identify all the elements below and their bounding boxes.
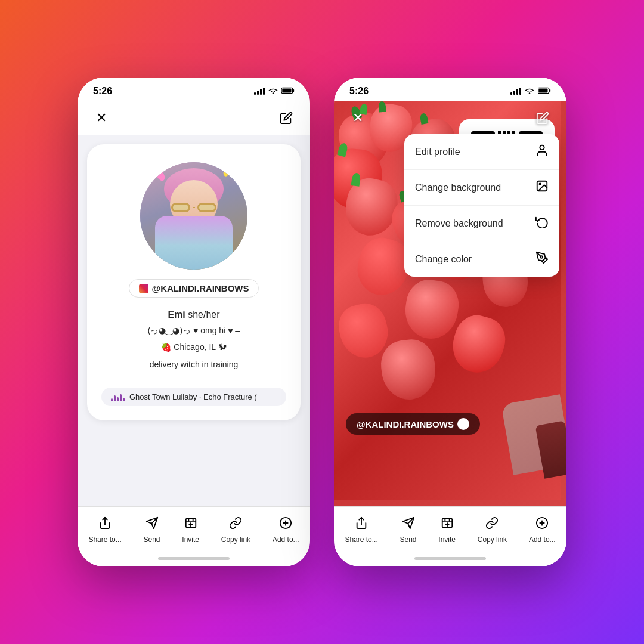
home-bar-1 xyxy=(158,557,230,560)
username-overlay: @KALINDI.RAINBOWS ★ xyxy=(346,413,480,435)
profile-card: @KALINDI.RAINBOWS Emi she/her (っ◕‿◕)っ ♥ … xyxy=(87,144,301,420)
phone-1: 5:26 ✕ xyxy=(78,78,310,566)
add-to-icon-2 xyxy=(535,516,549,533)
copy-link-label-1: Copy link xyxy=(221,535,250,544)
invite-label-2: Invite xyxy=(438,535,456,544)
svg-point-79 xyxy=(540,256,543,258)
copy-link-label-2: Copy link xyxy=(478,535,507,544)
dropdown-menu: Edit profile Change background Remove ba… xyxy=(404,134,559,277)
share-icon-2 xyxy=(355,516,368,533)
svg-rect-14 xyxy=(538,89,547,93)
bio-pronoun: she/her xyxy=(188,309,219,320)
status-icons-2 xyxy=(510,86,551,97)
battery-icon-1 xyxy=(281,86,295,97)
home-indicator-2 xyxy=(334,550,566,566)
change-color-icon xyxy=(535,251,549,267)
copy-link-icon-2 xyxy=(485,516,499,533)
svg-point-76 xyxy=(540,145,544,150)
close-button-1[interactable]: ✕ xyxy=(91,107,112,129)
invite-icon-1 xyxy=(184,516,197,533)
remove-background-label: Remove background xyxy=(415,218,503,229)
phone2-content: @KALINDI.RAINBOWS ★ ✕ Edit profile xyxy=(334,101,566,506)
change-color-menu-item[interactable]: Change color xyxy=(404,242,559,277)
copy-link-button-2[interactable]: Copy link xyxy=(478,516,507,544)
bio-name: Emi xyxy=(168,309,185,320)
music-text: Ghost Town Lullaby · Echo Fracture ( xyxy=(129,392,257,401)
invite-label-1: Invite xyxy=(182,535,199,544)
avatar xyxy=(140,162,247,270)
send-icon-1 xyxy=(145,516,159,533)
music-waves-icon xyxy=(111,393,125,401)
remove-background-menu-item[interactable]: Remove background xyxy=(404,206,559,242)
signal-icon-2 xyxy=(510,88,521,95)
svg-rect-2 xyxy=(282,89,291,93)
change-background-menu-item[interactable]: Change background xyxy=(404,170,559,206)
overlay-username-text: @KALINDI.RAINBOWS xyxy=(357,419,454,429)
add-to-button-1[interactable]: Add to... xyxy=(273,516,299,544)
status-time-1: 5:26 xyxy=(93,86,112,97)
profile-card-wrapper: @KALINDI.RAINBOWS Emi she/her (っ◕‿◕)っ ♥ … xyxy=(78,135,310,506)
add-to-label-2: Add to... xyxy=(529,535,556,544)
wifi-icon-2 xyxy=(525,86,534,97)
status-time-2: 5:26 xyxy=(349,86,369,97)
edit-button-1[interactable] xyxy=(275,107,297,129)
edit-profile-menu-item[interactable]: Edit profile xyxy=(404,134,559,170)
status-icons-1 xyxy=(254,86,295,97)
share-icon-1 xyxy=(98,516,112,533)
invite-icon-2 xyxy=(441,516,454,533)
strawberry-background: @KALINDI.RAINBOWS ★ ✕ Edit profile xyxy=(334,101,566,506)
copy-link-icon-1 xyxy=(229,516,242,533)
send-button-1[interactable]: Send xyxy=(144,516,160,544)
signal-icon-1 xyxy=(254,88,265,95)
copy-link-button-1[interactable]: Copy link xyxy=(221,516,250,544)
instagram-icon xyxy=(139,284,148,293)
change-background-label: Change background xyxy=(415,182,501,193)
star-badge: ★ xyxy=(457,418,469,430)
action-bar-2: Share to... Send Invite Copy link Add to… xyxy=(334,506,566,550)
music-bar: Ghost Town Lullaby · Echo Fracture ( xyxy=(101,388,286,406)
bio-line1: (っ◕‿◕)っ ♥ omg hi ♥ – xyxy=(148,324,240,337)
send-label-2: Send xyxy=(400,535,417,544)
send-icon-2 xyxy=(402,516,415,533)
status-bar-1: 5:26 xyxy=(78,78,310,101)
add-to-icon-1 xyxy=(279,516,292,533)
send-button-2[interactable]: Send xyxy=(400,516,417,544)
invite-button-1[interactable]: Invite xyxy=(182,516,199,544)
share-to-button-1[interactable]: Share to... xyxy=(88,516,121,544)
change-color-label: Change color xyxy=(415,254,472,265)
edit-profile-icon xyxy=(535,144,549,160)
share-to-label-1: Share to... xyxy=(88,535,121,544)
username-badge: @KALINDI.RAINBOWS xyxy=(129,279,259,298)
edit-button-2[interactable] xyxy=(532,107,553,129)
home-bar-2 xyxy=(414,557,486,560)
share-to-label-2: Share to... xyxy=(345,535,377,544)
add-to-label-1: Add to... xyxy=(273,535,299,544)
send-label-1: Send xyxy=(144,535,160,544)
remove-background-icon xyxy=(535,215,549,231)
add-to-button-2[interactable]: Add to... xyxy=(529,516,556,544)
svg-rect-13 xyxy=(549,89,550,92)
nav-bar-2: ✕ xyxy=(334,101,566,135)
invite-button-2[interactable]: Invite xyxy=(438,516,456,544)
edit-profile-label: Edit profile xyxy=(415,147,460,157)
change-background-icon xyxy=(535,179,549,196)
bio-line3: delivery witch in training xyxy=(148,358,240,371)
phone-2: 5:26 xyxy=(334,78,566,566)
action-bar-1: Share to... Send Invite Copy link Add to… xyxy=(78,506,310,550)
profile-bio: Emi she/her (っ◕‿◕)っ ♥ omg hi ♥ – 🍓 Chica… xyxy=(148,309,240,371)
svg-point-78 xyxy=(539,183,541,185)
svg-rect-1 xyxy=(293,89,294,92)
username-text: @KALINDI.RAINBOWS xyxy=(152,283,249,293)
bio-line2: 🍓 Chicago, IL 🐿 xyxy=(148,340,240,354)
share-to-button-2[interactable]: Share to... xyxy=(345,516,377,544)
close-button-2[interactable]: ✕ xyxy=(347,107,369,129)
nav-bar-1: ✕ xyxy=(78,101,310,135)
battery-icon-2 xyxy=(538,86,551,97)
status-bar-2: 5:26 xyxy=(334,78,566,101)
wifi-icon-1 xyxy=(268,86,278,96)
home-indicator-1 xyxy=(78,550,310,566)
